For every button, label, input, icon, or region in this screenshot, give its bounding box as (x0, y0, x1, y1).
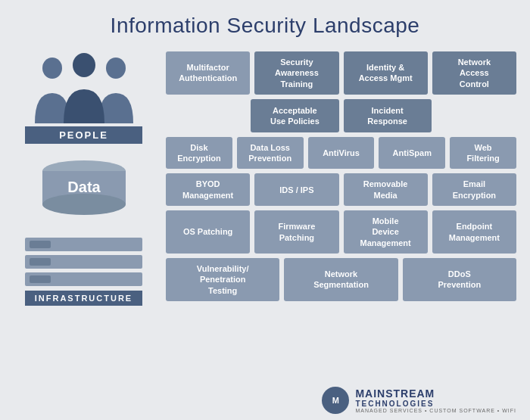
infra-bars (25, 238, 142, 286)
box-ddos: DDoSPrevention (403, 258, 516, 301)
people-svg (23, 51, 145, 123)
logo-icon: M (322, 387, 349, 414)
box-firmware-patching: FirmwarePatching (254, 210, 338, 254)
box-data-loss: Data LossPrevention (237, 137, 304, 170)
spacer-right-row2 (436, 99, 516, 132)
svg-point-5 (42, 194, 126, 215)
box-acceptable-use: AcceptableUse Policies (251, 99, 338, 132)
infra-label: INFRASTRUCTURE (25, 291, 142, 306)
box-email-encryption: EmailEncryption (432, 173, 516, 206)
grid-row-6: Vulnerability/PenetrationTesting Network… (166, 258, 516, 301)
page-container: Information Security Landscape (0, 0, 530, 420)
box-ids-ips: IDS / IPS (254, 173, 338, 206)
svg-point-0 (42, 58, 62, 79)
box-removable-media: RemovableMedia (344, 173, 428, 206)
footer: M MAINSTREAM TECHNOLOGIES MANAGED SERVIC… (322, 387, 516, 414)
grid-row-3: DiskEncryption Data LossPrevention AntiV… (166, 137, 516, 170)
box-network-seg: NetworkSegmentation (284, 258, 398, 301)
people-section: PEOPLE (14, 51, 154, 144)
grid-row-5: OS Patching FirmwarePatching MobileDevic… (166, 210, 516, 254)
people-label: PEOPLE (25, 126, 142, 144)
box-antivirus: AntiVirus (308, 137, 375, 170)
right-column: MultifactorAuthentication SecurityAwaren… (166, 51, 516, 306)
left-column: PEOPLE Data (14, 51, 154, 306)
box-antispam: AntiSpam (379, 137, 445, 170)
logo-technologies: TECHNOLOGIES (355, 400, 434, 408)
box-security-awareness: SecurityAwarenessTraining (254, 51, 338, 95)
people-graphic (23, 51, 145, 123)
grid-row-1: MultifactorAuthentication SecurityAwaren… (166, 51, 516, 95)
svg-point-2 (73, 53, 95, 77)
box-vuln-pen: Vulnerability/PenetrationTesting (166, 258, 279, 301)
spacer-left-row2 (166, 99, 246, 132)
box-identity-access: Identity &Access Mgmt (344, 51, 428, 95)
infra-bar-inner-1 (30, 241, 51, 248)
box-disk-encryption: DiskEncryption (166, 137, 232, 170)
infra-section: INFRASTRUCTURE (25, 238, 142, 306)
main-content: PEOPLE Data (0, 51, 530, 306)
data-cylinder-svg: Data (39, 157, 129, 218)
box-incident-response: IncidentResponse (344, 99, 432, 132)
box-os-patching: OS Patching (166, 210, 250, 254)
logo-text-block: MAINSTREAM TECHNOLOGIES MANAGED SERVICES… (355, 387, 516, 413)
infra-bar-1 (25, 238, 142, 251)
infra-bar-inner-3 (30, 275, 51, 283)
logo-main: MAINSTREAM (355, 387, 435, 400)
svg-text:Data: Data (67, 179, 101, 195)
box-network-access: NetworkAccessControl (432, 51, 516, 95)
box-web-filtering: WebFiltering (450, 137, 516, 170)
grid-row-4: BYODManagement IDS / IPS RemovableMedia … (166, 173, 516, 206)
data-section: Data (39, 157, 129, 218)
box-multifactor: MultifactorAuthentication (166, 51, 250, 95)
infra-bar-3 (25, 272, 142, 286)
grid-row-2: AcceptableUse Policies IncidentResponse (166, 99, 516, 132)
logo-sub: MANAGED SERVICES • CUSTOM SOFTWARE • WIF… (355, 408, 516, 413)
svg-point-1 (106, 58, 126, 79)
box-byod: BYODManagement (166, 173, 250, 206)
box-endpoint-mgmt: EndpointManagement (432, 210, 516, 254)
infra-bar-inner-2 (30, 258, 51, 266)
page-title: Information Security Landscape (0, 0, 530, 45)
infra-bar-2 (25, 255, 142, 269)
box-mobile-device: MobileDeviceManagement (344, 210, 428, 254)
